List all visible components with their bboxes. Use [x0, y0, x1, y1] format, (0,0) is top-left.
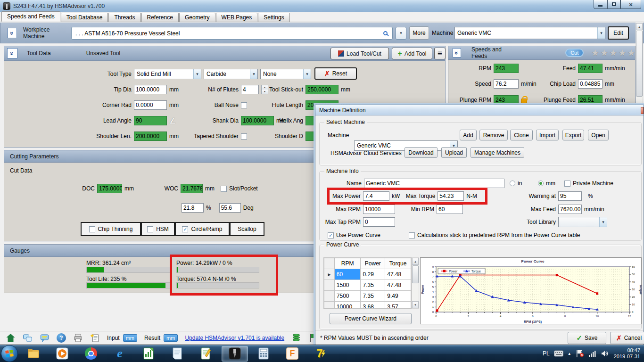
star-icon[interactable]: ★ [600, 49, 608, 57]
tool-library-select[interactable]: ▾ [558, 217, 607, 227]
keyboard-icon[interactable] [554, 350, 563, 357]
tray-language[interactable]: PL [543, 350, 550, 357]
restore-button[interactable] [607, 0, 620, 9]
tab-settings[interactable]: Settings [258, 13, 289, 22]
taskbar-chrome[interactable] [78, 346, 104, 362]
doc-input[interactable]: 175.0000 [97, 184, 122, 193]
tool-type-select[interactable]: Solid End Mill▾ [134, 69, 201, 79]
collapse-speeds-button[interactable]: » [453, 48, 461, 58]
row-selector[interactable] [324, 280, 335, 291]
dialog-titlebar[interactable]: Machine Definition [315, 105, 644, 115]
shoulder-len-input[interactable]: 200.0000 [134, 132, 167, 141]
ball-nose-checkbox[interactable] [241, 102, 247, 108]
taskbar-fusion360[interactable]: F [279, 346, 305, 362]
manage-machines-button[interactable]: Manage Machines [471, 147, 524, 158]
woc-input[interactable]: 21.7678 [181, 184, 203, 193]
table-scrollbar-thumb[interactable] [412, 265, 419, 283]
print-icon[interactable] [73, 333, 83, 343]
network-signal-icon[interactable] [588, 350, 597, 357]
max-power-input[interactable]: 7.4 [363, 191, 389, 201]
comment-icon[interactable] [40, 333, 50, 343]
lead-angle-input[interactable]: 90 [134, 116, 167, 125]
tip-dia-input[interactable]: 100.0000 [134, 85, 167, 94]
input-unit-badge[interactable]: mm [123, 334, 137, 342]
circle-ramp-toggle[interactable]: ✓ Circle/Ramp [175, 222, 230, 236]
clone-machine-button[interactable]: Clone [510, 130, 533, 140]
new-note-icon[interactable] [90, 333, 100, 343]
pc-col-header[interactable]: Torque [385, 258, 411, 269]
help-icon[interactable]: ? [57, 333, 66, 343]
table-row[interactable]: 100003.683.57 [324, 302, 411, 309]
table-cell[interactable]: 7500 [334, 291, 361, 302]
lock-icon[interactable] [521, 99, 527, 103]
taskbar-calculator[interactable] [250, 346, 277, 362]
table-cell[interactable]: 1500 [334, 280, 361, 291]
table-cell[interactable]: 7.35 [361, 280, 385, 291]
woc-percent-input[interactable]: 21.8 [182, 203, 204, 213]
taskbar-explorer[interactable] [20, 346, 47, 362]
row-selector[interactable]: ▸ [324, 269, 335, 280]
minimize-button[interactable] [594, 0, 607, 9]
max-tap-rpm-input[interactable]: 0 [363, 217, 395, 227]
dialog-close-icon[interactable] [641, 107, 644, 114]
max-torque-input[interactable]: 54.23 [438, 191, 464, 201]
table-cell[interactable]: 60 [334, 269, 361, 280]
woc-deg-input[interactable]: 55.6 [219, 203, 241, 213]
star-icon[interactable]: ★ [627, 49, 635, 57]
speed-input[interactable]: 76.2 [494, 79, 519, 89]
hsm-toggle[interactable]: HSM [141, 222, 175, 236]
taskbar-media-player[interactable] [49, 346, 75, 362]
tool-coating-select[interactable]: None▾ [260, 69, 311, 79]
row-selector[interactable] [324, 302, 335, 309]
machine-select[interactable]: Generic VMC ▾ [454, 27, 605, 39]
in-radio[interactable] [510, 181, 515, 186]
power-curve-table[interactable]: RPMPowerTorque▸600.2947.4815007.3547.487… [323, 257, 412, 309]
save-button[interactable]: ✓ Save [568, 332, 606, 344]
power-curve-wizard-button[interactable]: Power Curve Wizard [330, 313, 412, 324]
slot-pocket-checkbox[interactable] [221, 186, 227, 192]
taskbar-libreoffice-calc[interactable] [135, 346, 162, 362]
table-scrollbar[interactable]: ▴ ▾ [412, 257, 419, 309]
chip-thinning-toggle[interactable]: Chip Thinning [81, 222, 141, 236]
table-cell[interactable]: 7.35 [361, 291, 385, 302]
close-button[interactable]: × [620, 0, 641, 9]
tab-speeds-and-feeds[interactable]: Speeds and Feeds [1, 11, 60, 22]
menu-icon[interactable]: ≡ [434, 48, 446, 59]
chip-load-input[interactable]: 0.04885 [578, 79, 603, 89]
add-machine-button[interactable]: Add [460, 130, 477, 140]
reset-button[interactable]: ✗ Reset [314, 67, 357, 80]
rpm-input[interactable]: 243 [494, 64, 519, 73]
volume-icon[interactable] [601, 350, 610, 357]
max-feed-input[interactable]: 7620.00 [558, 205, 582, 214]
star-icon[interactable]: ★ [591, 49, 599, 57]
table-cell[interactable]: 47.48 [385, 269, 411, 280]
cancel-button[interactable]: ✗ Cancel [610, 332, 644, 344]
star-icon[interactable]: ★ [610, 49, 617, 57]
tool-material-select[interactable]: Carbide▾ [204, 69, 258, 79]
update-link[interactable]: Update HSMAdvisor v1.701 is available [185, 335, 284, 341]
tapered-shoulder-checkbox[interactable] [241, 133, 247, 140]
more-button[interactable]: More [409, 26, 429, 40]
use-power-curve-checkbox[interactable]: ✓ [328, 232, 334, 239]
table-row[interactable]: 75007.359.49 [324, 291, 411, 302]
tab-geometry[interactable]: Geometry [179, 13, 215, 22]
scallop-button[interactable]: Scallop [230, 222, 264, 236]
table-cell[interactable]: 10000 [334, 302, 361, 309]
table-row[interactable]: ▸600.2947.48 [324, 269, 411, 280]
table-cell[interactable]: 3.57 [385, 302, 411, 309]
row-selector[interactable] [324, 291, 335, 302]
plunge-feed-input[interactable]: 26.51 [578, 95, 603, 105]
material-search-input[interactable]: . . . ASTM A516-70 Pressure Vessel Steel [71, 27, 393, 40]
scroll-up-icon[interactable]: ▴ [412, 258, 419, 265]
min-rpm-input[interactable]: 60 [437, 205, 463, 214]
scroll-up-icon[interactable]: ▴ [636, 23, 643, 30]
download-button[interactable]: Download [405, 147, 438, 158]
feed-input[interactable]: 47.41 [578, 64, 603, 73]
tab-reference[interactable]: Reference [141, 13, 179, 22]
hsm-checkbox[interactable] [147, 226, 153, 232]
edit-machine-button[interactable]: Edit [608, 26, 629, 40]
star-icon[interactable]: ★ [619, 49, 626, 57]
taskbar-editor[interactable] [193, 346, 219, 362]
export-machine-button[interactable]: Export [562, 130, 584, 140]
result-unit-badge[interactable]: mm [164, 334, 178, 342]
